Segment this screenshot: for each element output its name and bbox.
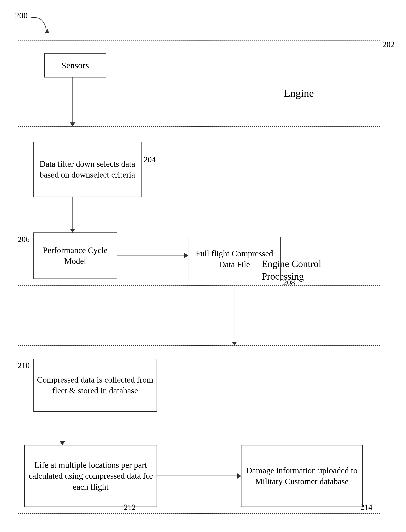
compressed-box: Compressed data is collected from fleet … xyxy=(33,359,157,412)
arrow-compressed-to-life xyxy=(62,412,62,445)
diagram-label-arrow xyxy=(27,13,53,40)
diagram: 200 Engine 202 Sensors Engine Control Pr… xyxy=(0,0,406,532)
ref-204: 204 xyxy=(144,155,156,164)
arrow-ffcdf-to-ground xyxy=(234,281,234,345)
data-filter-label: Data filter down selects data based on d… xyxy=(36,158,139,180)
engine-label: Engine xyxy=(284,87,314,99)
svg-marker-0 xyxy=(44,29,49,33)
life-box: Life at multiple locations per part calc… xyxy=(24,445,157,507)
damage-box: Damage information uploaded to Military … xyxy=(241,445,363,507)
damage-label: Damage information uploaded to Military … xyxy=(244,465,360,487)
pcm-box: Performance Cycle Model xyxy=(33,232,117,279)
ref-214: 214 xyxy=(361,502,372,512)
ref-212: 212 xyxy=(124,502,136,512)
ref-202: 202 xyxy=(383,40,394,49)
ref-210: 210 xyxy=(18,361,30,370)
compressed-label: Compressed data is collected from fleet … xyxy=(36,374,154,396)
ref-208: 208 xyxy=(283,278,295,287)
ref-206: 206 xyxy=(18,235,30,244)
ffcdf-label: Full flight Compressed Data File xyxy=(191,248,278,270)
diagram-main-label: 200 xyxy=(15,11,28,20)
ffcdf-box: Full flight Compressed Data File xyxy=(188,237,281,281)
sensors-box: Sensors xyxy=(44,53,106,77)
data-filter-box: Data filter down selects data based on d… xyxy=(33,142,142,197)
arrow-life-to-damage xyxy=(157,476,241,476)
arrow-sensors-to-filter xyxy=(72,77,72,126)
sensors-label: Sensors xyxy=(61,60,89,71)
pcm-label: Performance Cycle Model xyxy=(36,245,115,267)
arrow-filter-to-pcm xyxy=(72,197,72,232)
life-label: Life at multiple locations per part calc… xyxy=(27,460,154,492)
arrow-pcm-to-ffcdf xyxy=(117,255,188,255)
